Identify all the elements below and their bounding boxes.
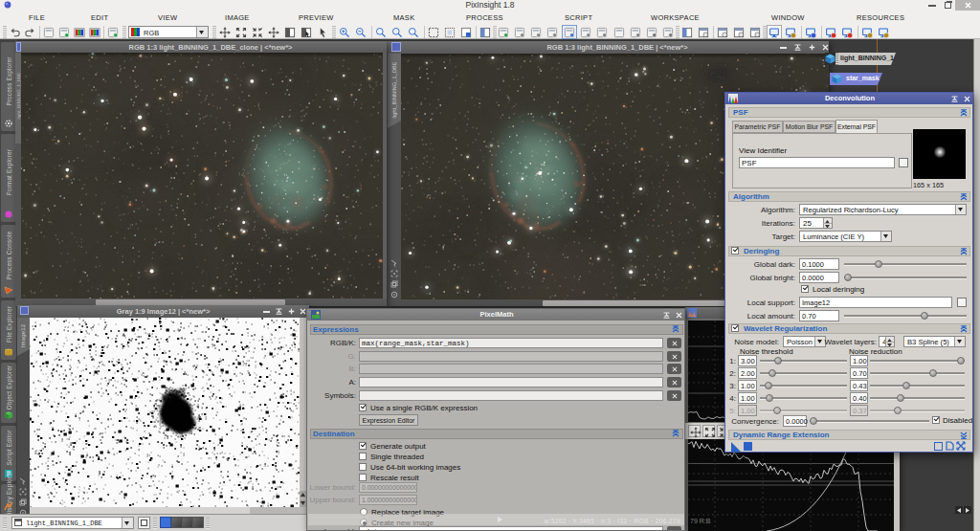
svg-text:79 R:B: 79 R:B xyxy=(690,518,711,524)
